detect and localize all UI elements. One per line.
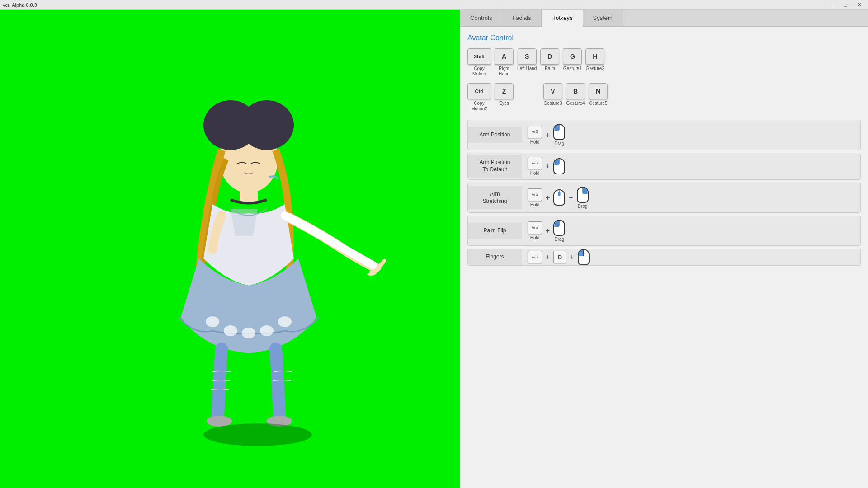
d-label: Palm — [545, 66, 555, 71]
svg-point-5 — [206, 316, 219, 327]
shift-label: CopyMotion — [472, 66, 486, 77]
mouse-drag-icon-2 — [577, 187, 589, 203]
mouse-icon-3 — [553, 189, 565, 206]
key-item-z: Z Eyes — [495, 83, 514, 106]
h-key[interactable]: H — [585, 48, 604, 65]
as-key: A/S — [528, 126, 542, 138]
hold-label-4: Hold — [530, 235, 540, 240]
hotkey-label-arm-stretching: ArmStretching — [468, 186, 522, 209]
version-label: ver. Alpha 0.0.3 — [3, 2, 37, 8]
tab-controls[interactable]: Controls — [460, 10, 502, 26]
key-item-h: H Gesture2 — [585, 48, 604, 71]
mouse-icon-6 — [578, 249, 590, 265]
svg-point-9 — [278, 316, 292, 327]
hotkey-row-palm-flip: Palm Flip A/S Hold + Drag — [467, 216, 861, 246]
hotkey-combo-palm-flip: A/S Hold + Drag — [522, 216, 860, 245]
plus-3: + — [546, 194, 550, 202]
svg-rect-4 — [240, 188, 258, 202]
ctrl-key[interactable]: Ctrl — [467, 83, 491, 99]
plus-2: + — [546, 162, 550, 170]
hotkey-row-arm-stretching: ArmStretching A/S Hold + — [467, 183, 861, 213]
s-label: Left Hand — [517, 66, 537, 71]
mouse-middle-highlight — [558, 192, 561, 196]
mouse-left-btn-2 — [554, 159, 559, 165]
svg-point-7 — [242, 328, 255, 338]
shift-key[interactable]: Shift — [467, 48, 491, 65]
panel-content: Avatar Control Shift CopyMotion A RightH… — [460, 27, 868, 488]
titlebar: ver. Alpha 0.0.3 ─ □ ✕ — [0, 0, 868, 10]
plus-6: + — [546, 253, 550, 261]
mouse-holder-5: Drag — [553, 220, 565, 242]
tab-facials[interactable]: Facials — [502, 10, 541, 26]
mouse-right-highlight — [583, 188, 588, 194]
svg-point-3 — [241, 123, 257, 136]
viewport — [0, 10, 460, 488]
key-item-shift: Shift CopyMotion — [467, 48, 491, 77]
a-label: RightHand — [499, 66, 509, 77]
key-item-a: A RightHand — [495, 48, 514, 77]
a-key[interactable]: A — [495, 48, 514, 65]
key-item-d: D Palm — [540, 48, 559, 71]
as-key-3: A/S — [528, 188, 542, 201]
mouse-holder-4: Drag — [577, 187, 589, 209]
tab-hotkeys[interactable]: Hotkeys — [542, 10, 583, 27]
hotkey-label-arm-position: Arm Position — [468, 127, 522, 143]
close-button[interactable]: ✕ — [853, 1, 865, 9]
svg-point-8 — [260, 325, 274, 336]
maximize-button[interactable]: □ — [839, 1, 852, 9]
plus-1: + — [546, 131, 550, 139]
b-key[interactable]: B — [566, 83, 585, 99]
as-key-5: A/S — [528, 251, 542, 263]
hold-label-3: Hold — [530, 202, 540, 207]
hotkey-combo-arm-stretching: A/S Hold + + — [522, 183, 860, 212]
key-item-n: N Gesture5 — [589, 83, 608, 106]
s-key[interactable]: S — [518, 48, 537, 65]
key-grid-row1: Shift CopyMotion A RightHand S Left Hand… — [467, 48, 861, 77]
mouse-drag-icon-3 — [553, 220, 565, 236]
hotkey-row-fingers: Fingers A/S + D + — [467, 249, 861, 266]
v-key[interactable]: V — [543, 83, 562, 99]
d-key-2: D — [553, 251, 566, 263]
mouse-icon-2 — [553, 158, 565, 174]
z-label: Eyes — [499, 101, 509, 106]
hotkey-row-arm-default: Arm PositionTo Default A/S Hold + — [467, 153, 861, 180]
g-key[interactable]: G — [563, 48, 582, 65]
g-label: Gesture1 — [563, 66, 582, 71]
titlebar-controls: ─ □ ✕ — [826, 1, 865, 9]
key-item-ctrl: Ctrl CopyMotion2 — [467, 83, 491, 112]
plus-4: + — [569, 194, 573, 202]
drag-label-4: Drag — [578, 204, 588, 209]
mouse-holder-6 — [578, 249, 590, 265]
tab-bar: Controls Facials Hotkeys System — [460, 10, 868, 27]
svg-point-10 — [207, 416, 232, 427]
key-grid-row2: Ctrl CopyMotion2 Z Eyes V Gesture3 B — [467, 83, 861, 112]
as-hold-item-3: A/S Hold — [528, 188, 542, 207]
hotkey-label-fingers: Fingers — [468, 249, 522, 265]
hotkey-combo-arm-default: A/S Hold + — [522, 153, 860, 179]
n-key[interactable]: N — [589, 83, 608, 99]
hold-label-1: Hold — [530, 140, 540, 145]
drag-mouse-1: Drag — [553, 124, 565, 146]
key-item-s: S Left Hand — [517, 48, 537, 71]
as-hold-item-2: A/S Hold — [528, 157, 542, 176]
drag-label-1: Drag — [555, 141, 565, 146]
d-key[interactable]: D — [540, 48, 559, 65]
z-key[interactable]: Z — [495, 83, 514, 99]
key-item-b: B Gesture4 — [566, 83, 585, 106]
h-label: Gesture2 — [586, 66, 604, 71]
mouse-left-btn — [554, 125, 559, 131]
minimize-button[interactable]: ─ — [826, 1, 838, 9]
mouse-left-btn-3 — [554, 221, 559, 227]
hotkey-label-arm-default: Arm PositionTo Default — [468, 155, 522, 178]
plus-7: + — [570, 253, 574, 261]
hotkey-combo-arm-position: A/S Hold + Drag — [522, 120, 860, 150]
mouse-holder-3 — [553, 189, 565, 206]
mouse-holder-2 — [553, 158, 565, 174]
svg-point-12 — [203, 423, 312, 446]
mouse-left-btn-4 — [579, 250, 584, 256]
avatar-control-title: Avatar Control — [467, 34, 861, 42]
tab-system[interactable]: System — [583, 10, 623, 26]
right-panel: Controls Facials Hotkeys System Avatar C… — [460, 10, 868, 488]
hotkey-row-arm-position: Arm Position A/S Hold + Drag — [467, 120, 861, 150]
n-label: Gesture5 — [589, 101, 607, 106]
